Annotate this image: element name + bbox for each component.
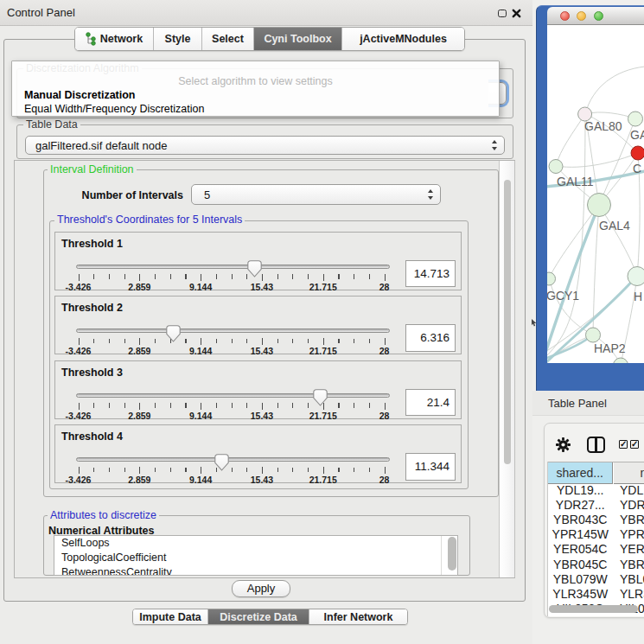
slider-tick <box>109 468 110 473</box>
slider-tick <box>369 403 370 408</box>
slider-track[interactable] <box>76 265 390 269</box>
slider-tick <box>170 274 171 279</box>
tab-jactivemnodules[interactable]: jActiveMNodules <box>342 28 464 50</box>
tab-impute-data[interactable]: Impute Data <box>133 609 208 624</box>
threshold-value-field[interactable]: 11.344 <box>405 453 456 481</box>
table-data-combo-value: galFiltered.sif default node <box>35 137 167 154</box>
tab-cyni-toolbox[interactable]: Cyni Toolbox <box>254 28 342 50</box>
float-window-icon[interactable] <box>498 10 507 17</box>
slider-scale-label: 21.715 <box>302 346 345 356</box>
tab-infer-network[interactable]: Infer Network <box>309 609 407 624</box>
table-cell[interactable]: YBL0 <box>620 572 644 586</box>
popup-item-equal-width[interactable]: Equal Width/Frequency Discretization <box>24 103 204 115</box>
network-window-titlebar[interactable] <box>547 7 644 25</box>
table-header-row: shared... n <box>548 462 644 483</box>
threshold-value-field[interactable]: 6.316 <box>405 324 456 352</box>
table-cell[interactable]: YDR27... <box>548 498 613 512</box>
slider-tick <box>354 339 354 344</box>
table-cell[interactable]: YPR145W <box>548 527 613 541</box>
attributes-scrollbar-thumb[interactable] <box>448 537 456 571</box>
network-graph: GAL80GACGAL11GAL4GCY1HHAP2 <box>547 25 644 363</box>
slider-scale-label: 9.144 <box>179 282 222 292</box>
slider-tick <box>308 274 309 279</box>
slider-scale-label: 28 <box>363 411 406 421</box>
network-view-window: GAL80GACGAL11GAL4GCY1HHAP2 <box>536 5 644 391</box>
horizontal-scrollbar-thumb[interactable] <box>549 605 638 613</box>
number-of-intervals-combo[interactable]: 5 <box>191 184 441 205</box>
apply-button[interactable]: Apply <box>232 580 290 597</box>
table-cell[interactable]: YLR3 <box>620 587 644 601</box>
slider-thumb[interactable] <box>214 454 229 471</box>
slider-tick <box>155 339 156 344</box>
table-cell[interactable]: YBR0 <box>620 558 644 571</box>
slider-tick <box>262 467 263 474</box>
table-cell[interactable]: YDL1 <box>620 483 644 497</box>
checkbox-checked-icon[interactable]: ✓ <box>619 440 628 449</box>
slider-thumb[interactable] <box>166 325 181 342</box>
network-canvas[interactable]: GAL80GACGAL11GAL4GCY1HHAP2 <box>547 25 644 363</box>
slider-tick <box>277 468 278 473</box>
table-cell[interactable]: YBR043C <box>548 513 613 526</box>
close-icon[interactable] <box>512 9 521 18</box>
popup-item-manual-discretization[interactable]: Manual Discretization <box>24 89 136 101</box>
slider-tick <box>292 468 293 473</box>
slider-scale-label: 15.43 <box>240 411 284 421</box>
popup-prompt-item[interactable]: Select algorithm to view settings <box>12 75 499 87</box>
slider-tick <box>385 338 386 345</box>
tab-network[interactable]: Network <box>75 28 154 50</box>
attribute-item[interactable]: SelfLoops <box>54 536 457 551</box>
vertical-scrollbar-thumb[interactable] <box>504 180 511 464</box>
slider-track[interactable] <box>76 328 390 333</box>
column-header-shared-name[interactable]: shared... <box>548 462 613 484</box>
control-panel-tabs: NetworkStyleSelectCyni ToolboxjActiveMNo… <box>74 27 465 51</box>
table-cell[interactable]: YBL079W <box>548 572 613 586</box>
slider-tick <box>216 339 217 344</box>
table-cell[interactable]: YER054C <box>548 542 613 556</box>
algorithm-dropdown-popup: Select algorithm to view settings Manual… <box>11 61 500 117</box>
close-light-red[interactable] <box>560 11 570 21</box>
table-cell[interactable]: YLR345W <box>548 587 613 601</box>
slider-tick <box>354 468 354 473</box>
threshold-value-field[interactable]: 14.713 <box>405 260 456 288</box>
thresholds-group-label: Threshold's Coordinates for 5 Intervals <box>54 214 245 226</box>
minimize-light-yellow[interactable] <box>577 11 586 21</box>
slider-tick <box>109 403 110 408</box>
split-pane-icon[interactable] <box>587 437 605 453</box>
table-cell[interactable]: YPR1 <box>620 527 644 541</box>
slider-tick <box>79 403 80 410</box>
attribute-item[interactable]: BetweennessCentrality <box>54 565 457 576</box>
slider-tick <box>185 468 186 473</box>
slider-scale-label: 2.859 <box>118 475 161 485</box>
slider-thumb[interactable] <box>247 260 262 277</box>
table-cell[interactable]: YBR045C <box>548 558 613 571</box>
slider-tick <box>139 274 140 281</box>
tab-label: Cyni Toolbox <box>264 33 331 45</box>
slider-thumb[interactable] <box>313 389 328 406</box>
tab-label: Style <box>165 33 191 45</box>
gear-icon[interactable] <box>556 437 571 452</box>
attribute-item[interactable]: TopologicalCoefficient <box>54 551 457 565</box>
table-cell[interactable]: YER0 <box>620 542 644 556</box>
slider-tick <box>338 274 339 279</box>
slider-tick <box>308 339 309 344</box>
slider-scale-label: 2.859 <box>118 346 161 356</box>
slider-tick <box>369 274 370 279</box>
tab-select[interactable]: Select <box>202 28 254 50</box>
tab-discretize-data[interactable]: Discretize Data <box>208 609 309 624</box>
table-cell[interactable]: YDL19... <box>548 483 613 497</box>
slider-tick <box>385 467 386 474</box>
table-cell[interactable]: YBR0 <box>620 513 644 526</box>
table-cell[interactable]: YDR2 <box>620 498 644 512</box>
slider-tick <box>155 468 156 473</box>
network-icon <box>86 32 96 46</box>
slider-tick <box>246 339 247 344</box>
checkbox-checked-icon[interactable]: ✓ <box>630 440 639 449</box>
tab-style[interactable]: Style <box>154 28 202 50</box>
zoom-light-green[interactable] <box>594 11 603 21</box>
column-header-name[interactable]: n <box>614 462 644 484</box>
slider-track[interactable] <box>76 393 390 398</box>
numerical-attributes-list[interactable]: SelfLoopsTopologicalCoefficientBetweenne… <box>54 535 458 576</box>
table-data-combo[interactable]: galFiltered.sif default node <box>25 136 505 155</box>
slider-track[interactable] <box>76 457 390 462</box>
threshold-value-field[interactable]: 21.4 <box>405 389 456 417</box>
